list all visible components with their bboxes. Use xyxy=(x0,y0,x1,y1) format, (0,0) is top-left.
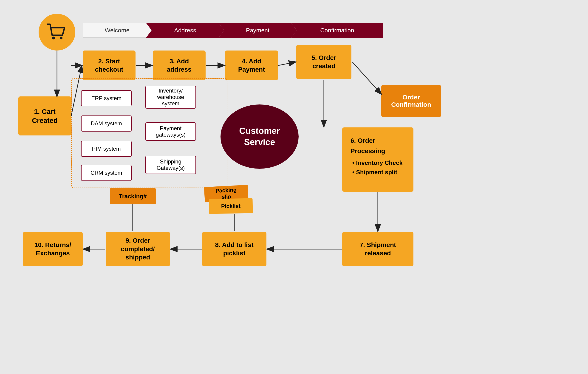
step6-box: 6. OrderProcessing Inventory Check Shipm… xyxy=(342,127,413,192)
step-confirmation: Confirmation xyxy=(291,23,383,38)
step9-box: 9. Order completed/ shipped xyxy=(106,232,170,266)
step1-box: 1. Cart Created xyxy=(18,96,71,135)
cart-icon xyxy=(47,22,67,42)
diagram: Welcome Address Payment Confirmation 1. … xyxy=(0,0,588,374)
step5-box: 5. Order created xyxy=(296,45,351,79)
crm-system: CRM system xyxy=(81,165,132,181)
shipping-gateways: ShippingGateway(s) xyxy=(145,156,196,174)
svg-point-0 xyxy=(52,37,55,40)
inventory-system: Inventory/warehousesystem xyxy=(145,86,196,109)
dam-system: DAM system xyxy=(81,115,132,132)
svg-point-1 xyxy=(60,37,63,40)
pim-system: PIM system xyxy=(81,141,132,157)
progress-bar: Welcome Address Payment Confirmation xyxy=(83,23,510,38)
step10-box: 10. Returns/ Exchanges xyxy=(23,232,83,266)
step2-box: 2. Start checkout xyxy=(83,51,136,80)
step7-box: 7. Shipment released xyxy=(342,232,413,266)
tracking-tag: Tracking# xyxy=(110,188,156,204)
step6-content: 6. OrderProcessing Inventory Check Shipm… xyxy=(346,131,407,182)
step4-box: 4. Add Payment xyxy=(225,51,278,80)
svg-line-10 xyxy=(352,62,381,94)
step8-box: 8. Add to list picklist xyxy=(202,232,266,266)
cart-icon-circle xyxy=(39,14,75,51)
picklist-tag: Picklist xyxy=(209,198,253,214)
customer-service-ellipse: Customer Service xyxy=(220,104,299,169)
step-payment: Payment xyxy=(219,23,297,38)
step-welcome: Welcome xyxy=(83,23,152,38)
step3-box: 3. Add address xyxy=(153,51,206,80)
order-confirmation-tag: Order Confirmation xyxy=(381,85,441,117)
systems-integration-box: ERP system DAM system PIM system CRM sys… xyxy=(71,78,227,188)
svg-line-8 xyxy=(278,62,296,65)
step-address: Address xyxy=(146,23,224,38)
payment-gateways: Paymentgateways(s) xyxy=(145,122,196,141)
erp-system: ERP system xyxy=(81,90,132,106)
